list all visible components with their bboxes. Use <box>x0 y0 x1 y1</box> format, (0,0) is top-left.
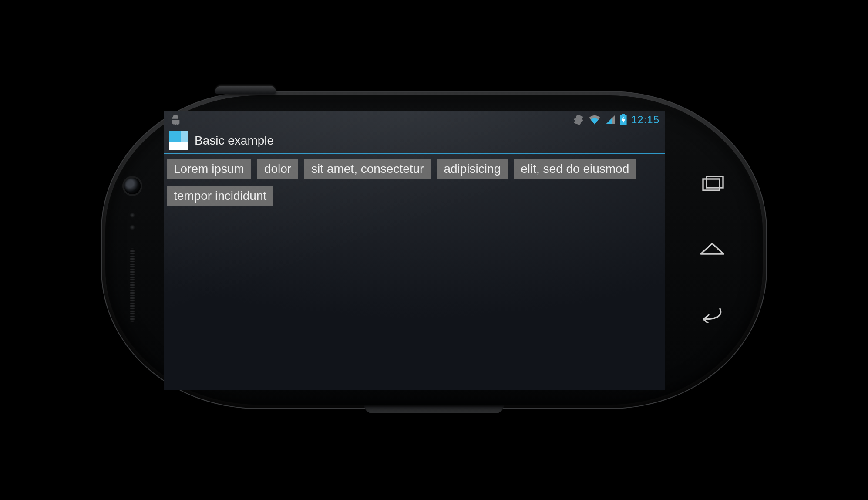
recent-apps-button[interactable] <box>700 176 724 195</box>
status-clock: 12:15 <box>631 114 659 126</box>
proximity-sensors <box>130 213 135 230</box>
phone-frame: 12:15 Basic example Lorem ipsum dolor si… <box>101 91 767 409</box>
front-camera <box>124 178 141 194</box>
debug-android-icon <box>169 114 182 126</box>
battery-icon <box>620 114 627 125</box>
app-icon[interactable] <box>169 131 188 150</box>
chip-item[interactable]: elit, sed do eiusmod <box>514 159 636 179</box>
signal-icon <box>605 115 616 125</box>
vibrate-icon <box>573 114 584 125</box>
home-button[interactable] <box>699 241 725 259</box>
svg-rect-1 <box>707 176 723 188</box>
chip-item[interactable]: adipisicing <box>437 159 508 179</box>
chip-item[interactable]: tempor incididunt <box>167 186 273 206</box>
chip-item[interactable]: dolor <box>257 159 298 179</box>
system-nav-bar <box>699 176 725 324</box>
chip-item[interactable]: Lorem ipsum <box>167 159 251 179</box>
flow-chip-container: Lorem ipsum dolor sit amet, consectetur … <box>167 159 662 206</box>
power-button[interactable] <box>215 86 276 94</box>
back-button[interactable] <box>699 305 725 324</box>
bottom-nub <box>364 405 504 413</box>
status-bar: 12:15 <box>164 111 665 128</box>
content-area: Lorem ipsum dolor sit amet, consectetur … <box>164 154 665 211</box>
wifi-icon <box>589 114 601 126</box>
app-title: Basic example <box>195 134 274 148</box>
svg-rect-0 <box>703 179 720 190</box>
action-bar: Basic example <box>164 128 665 154</box>
earpiece-speaker <box>130 248 135 322</box>
hardware-left-cluster <box>120 178 144 322</box>
chip-item[interactable]: sit amet, consectetur <box>304 159 431 179</box>
screen: 12:15 Basic example Lorem ipsum dolor si… <box>164 111 665 390</box>
